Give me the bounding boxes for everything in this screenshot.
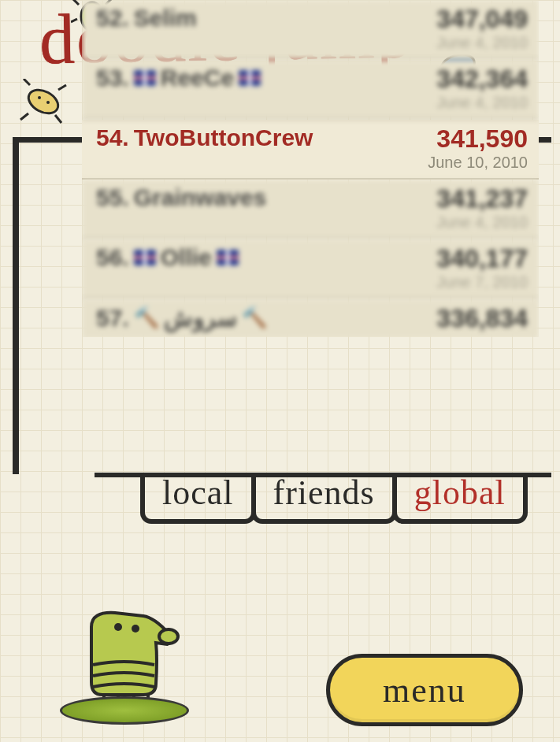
rank: 54. xyxy=(96,124,129,151)
tab-friends[interactable]: friends xyxy=(251,473,397,524)
player-name: سروش xyxy=(164,304,237,332)
svg-line-10 xyxy=(24,79,30,85)
rank: 53. xyxy=(96,65,129,91)
hammer-icon: 🔨 xyxy=(134,306,159,330)
platform-icon xyxy=(60,696,189,725)
leaderboard-row[interactable]: 57. 🔨 سروش 🔨 336,834 xyxy=(82,299,539,337)
svg-point-16 xyxy=(159,629,178,644)
score: 341,237 xyxy=(436,184,528,213)
uk-flag-icon xyxy=(239,70,261,86)
leaderboard-row-current-user[interactable]: 54. TwoButtonCrew 341,590 June 10, 2010 xyxy=(82,120,539,180)
leaderboard-row[interactable]: 52. Selim 347,049 June 4, 2010 xyxy=(82,0,539,60)
player-name: ReeCe xyxy=(161,65,234,91)
leaderboard-tabs: local friends global xyxy=(140,473,528,524)
svg-point-18 xyxy=(132,625,139,633)
menu-button-label: menu xyxy=(383,670,466,710)
hammer-icon: 🔨 xyxy=(242,306,267,330)
menu-button[interactable]: menu xyxy=(326,654,523,726)
leaderboard-row[interactable]: 56. Ollie 340,177 June 7, 2010 xyxy=(82,239,539,299)
svg-line-12 xyxy=(20,113,28,120)
player-name: Ollie xyxy=(161,244,212,271)
score: 342,364 xyxy=(436,65,528,94)
score: 336,834 xyxy=(436,304,528,333)
tab-local[interactable]: local xyxy=(140,473,256,524)
score: 341,590 xyxy=(428,124,528,154)
rank: 55. xyxy=(96,184,129,211)
score-date: June 4, 2010 xyxy=(436,94,528,112)
score: 347,049 xyxy=(436,5,528,34)
svg-point-17 xyxy=(114,623,122,631)
player-name: TwoButtonCrew xyxy=(134,124,313,151)
score-date: June 7, 2010 xyxy=(436,273,528,291)
uk-flag-icon xyxy=(217,250,239,265)
player-name: Grainwaves xyxy=(134,184,266,211)
tab-global[interactable]: global xyxy=(392,473,528,524)
leaderboard[interactable]: 52. Selim 347,049 June 4, 2010 53. ReeCe… xyxy=(82,0,539,337)
rank: 52. xyxy=(96,5,129,32)
svg-line-13 xyxy=(55,115,61,123)
leaderboard-row[interactable]: 53. ReeCe 342,364 June 4, 2010 xyxy=(82,60,539,120)
leaderboard-row[interactable]: 55. Grainwaves 341,237 June 4, 2010 xyxy=(82,180,539,239)
rank: 56. xyxy=(96,244,129,271)
player-name: Selim xyxy=(134,5,197,32)
score-date: June 10, 2010 xyxy=(428,154,528,172)
rank: 57. xyxy=(96,305,129,332)
score: 340,177 xyxy=(436,244,528,273)
uk-flag-icon xyxy=(134,250,156,265)
score-date: June 4, 2010 xyxy=(436,213,528,232)
uk-flag-icon xyxy=(134,70,156,86)
score-date: June 4, 2010 xyxy=(436,34,528,52)
